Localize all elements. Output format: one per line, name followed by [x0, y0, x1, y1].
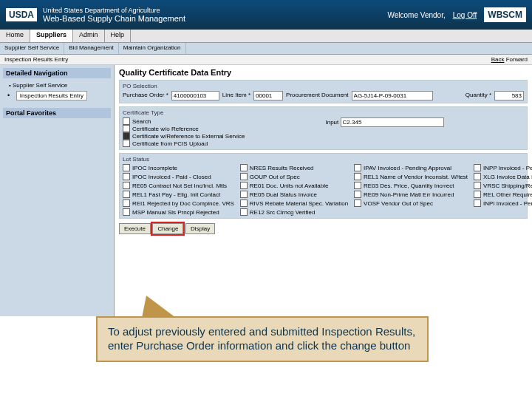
- breadcrumb-nav: Back Forward: [491, 56, 528, 63]
- lot-option[interactable]: REI1 Rejected by Doc Complnce. VRS: [123, 200, 234, 207]
- display-button[interactable]: Display: [185, 223, 215, 234]
- checkbox-icon: [240, 173, 248, 180]
- lot-option[interactable]: REL Other Required Documents Met: [474, 191, 532, 198]
- tab-admin[interactable]: Admin: [73, 30, 105, 42]
- sidebar-item-inspection[interactable]: Inspection Results Entry: [16, 91, 87, 100]
- tab-home[interactable]: Home: [0, 30, 30, 42]
- lot-option[interactable]: INPP Invoiced - Pending Payment: [474, 164, 532, 171]
- header-right: Welcome Vendor, Log Off WBSCM: [388, 7, 527, 22]
- action-buttons: Execute Change Display: [119, 223, 528, 234]
- lot-col-2: NRES Results ReceivedGOUP Out of SpecRE0…: [240, 164, 348, 216]
- checkbox-icon: [240, 200, 248, 207]
- welcome-text: Welcome Vendor,: [388, 11, 446, 19]
- app-name: Web-Based Supply Chain Management: [43, 14, 387, 23]
- lot-option[interactable]: XLG Invoice Data Inconsistencies: [474, 173, 532, 180]
- lot-option[interactable]: RE01 Doc. Units not Available: [240, 182, 348, 189]
- back-link[interactable]: Back: [491, 56, 505, 63]
- tab-suppliers[interactable]: Suppliers: [30, 30, 73, 42]
- lot-option[interactable]: RE09 Non-Prime Matl Err Incurred: [354, 191, 468, 198]
- checkbox-icon: [123, 200, 130, 207]
- app-header: USDA United States Department of Agricul…: [0, 0, 532, 30]
- sub-tabs: Supplier Self Service Bid Management Mai…: [0, 43, 532, 55]
- breadcrumb: Inspection Results Entry Back Forward: [0, 55, 532, 65]
- lot-option[interactable]: VOSF Vendor Out of Spec: [354, 200, 468, 207]
- cert-opt-noref[interactable]: Certificate w/o Reference: [123, 125, 321, 132]
- checkbox-icon: [123, 208, 130, 216]
- cert-opt-ext[interactable]: Certificate w/Reference to External Serv…: [123, 132, 321, 140]
- po-label: Purchase Order *: [123, 92, 168, 98]
- lot-option[interactable]: IPOC Incomplete: [123, 164, 234, 171]
- po-input[interactable]: [171, 91, 219, 100]
- checkbox-icon: [354, 191, 361, 198]
- cert-input-col: Input: [326, 117, 525, 147]
- lot-option[interactable]: IPAV Invoiced - Pending Approval: [354, 164, 468, 171]
- checkbox-icon: [123, 164, 130, 171]
- lot-option[interactable]: VRSC Shipping/Receipt Dates Incons.: [474, 182, 532, 189]
- main-area: Detailed Navigation • Supplier Self Serv…: [0, 65, 532, 316]
- lot-option[interactable]: RE03 Des. Price, Quantity Incrrect: [354, 182, 468, 189]
- logoff-link[interactable]: Log Off: [453, 11, 477, 19]
- po-section-label: PO Selection: [123, 83, 524, 89]
- checkbox-icon: [474, 164, 481, 171]
- lot-option[interactable]: MSP Manual Sls Prncpl Rejected: [123, 208, 234, 216]
- main-tabs: Home Suppliers Admin Help: [0, 30, 532, 43]
- dept-name: United States Department of Agriculture: [43, 7, 387, 14]
- lot-option[interactable]: REL1 Fast Pay - Elig. Init Contact: [123, 191, 234, 198]
- lot-col-4: INPP Invoiced - Pending PaymentXLG Invoi…: [474, 164, 532, 216]
- page-title: Quality Certificate Data Entry: [119, 68, 528, 77]
- checkbox-icon: [354, 200, 361, 207]
- cert-opt-search[interactable]: Search: [123, 117, 321, 125]
- lot-option[interactable]: REL1 Name of Vendor Inconsist. W/test: [354, 173, 468, 180]
- checkbox-icon: [123, 173, 130, 180]
- po-selection: PO Selection Purchase Order * Line Item …: [119, 80, 528, 103]
- checkbox-icon: [474, 200, 481, 207]
- qty-input[interactable]: [494, 91, 524, 100]
- checkbox-icon: [240, 164, 248, 171]
- checkbox-icon: [240, 182, 248, 189]
- checkbox-icon: [474, 173, 481, 180]
- line-label: Line Item *: [222, 92, 250, 98]
- line-input[interactable]: [253, 91, 283, 100]
- header-text: United States Department of Agriculture …: [43, 7, 387, 23]
- checkbox-icon: [240, 208, 248, 216]
- checkbox-icon: [354, 173, 361, 180]
- subtab-maintain-org[interactable]: Maintain Organization: [119, 43, 186, 54]
- checkbox-icon: [354, 182, 361, 189]
- content: Quality Certificate Data Entry PO Select…: [115, 65, 532, 316]
- sidebar-nav-header: Detailed Navigation: [3, 68, 111, 78]
- forward-link[interactable]: Forward: [506, 56, 528, 63]
- breadcrumb-title: Inspection Results Entry: [4, 56, 68, 63]
- lot-status: Lot Status IPOC IncompleteIPOC Invoiced …: [119, 153, 528, 219]
- wbscm-logo: WBSCM: [484, 7, 526, 22]
- execute-button[interactable]: Execute: [119, 223, 151, 234]
- procdoc-label: Procurement Document: [286, 92, 348, 98]
- sidebar-item-self-service[interactable]: • Supplier Self Service: [3, 81, 111, 89]
- lot-option[interactable]: INPI Invoiced - Pending Approval: [474, 200, 532, 207]
- lot-title: Lot Status: [123, 156, 524, 163]
- cert-options: Search Certificate w/o Reference Certifi…: [123, 117, 321, 147]
- lot-option[interactable]: RE05 Contract Not Set Inc/Incl. Mtls: [123, 182, 234, 189]
- lot-col-3: IPAV Invoiced - Pending ApprovalREL1 Nam…: [354, 164, 468, 216]
- lot-option[interactable]: NRES Results Received: [240, 164, 348, 171]
- checkbox-icon: [474, 182, 481, 189]
- cert-input[interactable]: [341, 117, 444, 127]
- subtab-self-service[interactable]: Supplier Self Service: [0, 43, 64, 54]
- instruction-callout: To adjust previously entered and submitt…: [96, 316, 429, 362]
- change-button[interactable]: Change: [152, 223, 183, 234]
- lot-col-1: IPOC IncompleteIPOC Invoiced - Paid - Cl…: [123, 164, 234, 216]
- checkbox-icon: [240, 191, 248, 198]
- cert-input-label: Input: [326, 119, 339, 126]
- cert-type: Certificate Type Search Certificate w/o …: [119, 106, 528, 150]
- cert-title: Certificate Type: [123, 109, 524, 116]
- lot-option[interactable]: RE05 Dual Status Invoice: [240, 191, 348, 198]
- tab-help[interactable]: Help: [105, 30, 132, 42]
- procdoc-input[interactable]: [352, 91, 433, 100]
- qty-label: Quantity *: [466, 92, 491, 98]
- lot-option[interactable]: IPOC Invoiced - Paid - Closed: [123, 173, 234, 180]
- lot-option[interactable]: RE12 Src Clrncg Verified: [240, 208, 348, 216]
- lot-option[interactable]: GOUP Out of Spec: [240, 173, 348, 180]
- lot-option[interactable]: RIVS Rebate Material Spec. Variation: [240, 200, 348, 207]
- checkbox-icon: [123, 182, 130, 189]
- subtab-bid-mgmt[interactable]: Bid Management: [64, 43, 118, 54]
- cert-opt-fcis[interactable]: Certificate from FCIS Upload: [123, 140, 321, 147]
